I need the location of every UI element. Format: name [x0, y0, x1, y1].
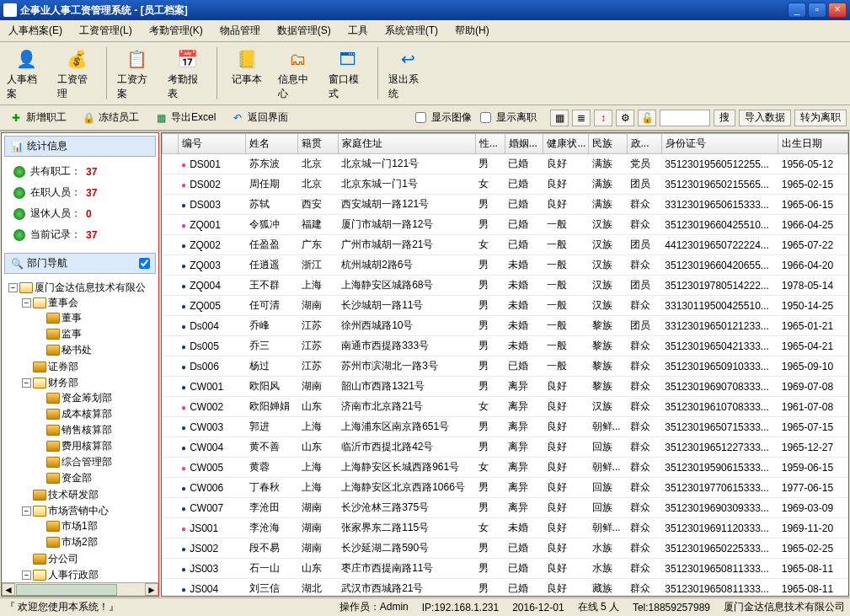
export-excel-button[interactable]: ▦导出Excel: [148, 108, 222, 127]
col-header-10[interactable]: 出生日期: [778, 134, 848, 154]
tree-node-5[interactable]: 分公司: [22, 552, 158, 566]
tree-leaf-2-3[interactable]: 费用核算部: [35, 439, 158, 453]
employee-table-wrap[interactable]: 编号姓名籍贯家庭住址性...婚姻...健康状...民族政...身份证号出生日期 …: [162, 133, 848, 596]
folder-icon: [33, 506, 46, 517]
notepad-button-label: 记事本: [232, 72, 262, 87]
info-center-button[interactable]: 🗂信息中心: [275, 44, 320, 103]
menu-item-6[interactable]: 系统管理(T): [380, 22, 443, 40]
tree-root[interactable]: −厦门金达信息技术有限公: [8, 281, 158, 295]
cell: 满族: [589, 154, 627, 174]
table-row[interactable]: JS003石一山山东枣庄市西提南路11号男已婚良好水族群众35123019650…: [163, 559, 848, 579]
table-row[interactable]: CW006丁春秋上海上海静安区北京西路1066号男离异良好回族群众3512301…: [163, 478, 848, 498]
table-row[interactable]: Ds004乔峰江苏徐州西城路10号男未婚一般黎族团员33123019650121…: [163, 316, 848, 336]
table-row[interactable]: CW003郭进上海上海浦东区南京路651号男离异良好朝鲜...群众3512301…: [163, 417, 848, 437]
exit-system-button[interactable]: ↩退出系统: [385, 44, 430, 103]
search-input[interactable]: [660, 110, 710, 126]
add-employee-button[interactable]: ✚新增职工: [3, 108, 72, 127]
table-row[interactable]: ZQ001令狐冲福建厦门市城胡一路12号男已婚一般汉族群众35123019660…: [163, 215, 848, 235]
tree-leaf-2-5[interactable]: 资金部: [35, 471, 158, 485]
notepad-button[interactable]: 📒记事本: [224, 44, 270, 103]
back-button[interactable]: ↶返回界面: [225, 108, 294, 127]
cell: DS003: [178, 195, 246, 215]
close-button[interactable]: ×: [828, 3, 847, 18]
cell: 1965-06-15: [778, 195, 848, 215]
attendance-report-button[interactable]: 📅考勤报表: [164, 44, 210, 103]
show-image-checkbox[interactable]: [415, 112, 426, 123]
table-row[interactable]: DS002周任期北京北京东城一门1号女已婚良好满族团员3512301965021…: [163, 174, 848, 195]
col-header-2[interactable]: 籍贯: [298, 134, 339, 154]
nav-header[interactable]: 🔍 部门导航: [4, 253, 156, 274]
window-mode-button[interactable]: 🗔窗口模式: [325, 44, 371, 103]
menu-item-3[interactable]: 物品管理: [215, 22, 265, 40]
tree-node-0[interactable]: −董事会: [22, 296, 158, 310]
table-row[interactable]: CW005黄蓉上海上海静安区长城西路961号女离异良好朝鲜...群众351230…: [163, 458, 848, 478]
sort-button[interactable]: ↕: [594, 110, 612, 126]
col-header-1[interactable]: 姓名: [246, 134, 298, 154]
col-header-0[interactable]: 编号: [178, 134, 246, 154]
col-header-9[interactable]: 身份证号: [661, 134, 778, 154]
tree-scrollbar[interactable]: ◄►: [2, 582, 158, 596]
table-row[interactable]: ZQ002任盈盈广东广州市城胡一路21号女已婚一般汉族团员44123019650…: [163, 235, 848, 255]
table-row[interactable]: JS001李沧海湖南张家界东二路115号女未婚良好朝鲜...群众35123019…: [163, 518, 848, 538]
table-row[interactable]: ZQ004王不群上海上海静安区城路68号男未婚一般汉族团员35123019780…: [163, 276, 848, 296]
table-row[interactable]: DS001苏东波北京北京城一门121号男已婚良好满族党员351230195605…: [163, 154, 848, 174]
tree-leaf-0-2[interactable]: 秘书处: [35, 343, 158, 357]
nav-checkbox[interactable]: [139, 258, 150, 269]
menu-item-0[interactable]: 人事档案(E): [3, 22, 67, 40]
table-row[interactable]: Ds006杨过江苏苏州市滨湖北一路3号男已婚一般黎族群众351230196509…: [163, 356, 848, 377]
search-button[interactable]: 搜: [714, 110, 735, 126]
tree-node-4[interactable]: −市场营销中心: [22, 504, 158, 518]
table-row[interactable]: CW001欧阳风湖南韶山市西路1321号男离异良好黎族群众35123019690…: [163, 377, 848, 397]
tree-leaf-4-1[interactable]: 市场2部: [35, 535, 158, 549]
minimize-button[interactable]: _: [788, 3, 806, 18]
table-row[interactable]: Ds005乔三江苏南通市西提路333号男未婚一般黎族群众351230196504…: [163, 336, 848, 356]
tree-node-1[interactable]: 证券部: [22, 360, 158, 374]
col-header-8[interactable]: 政...: [627, 134, 661, 154]
folder-icon: [33, 490, 46, 501]
col-header-4[interactable]: 性...: [475, 134, 505, 154]
table-row[interactable]: CW002欧阳婵娟山东济南市北京路21号女离异良好汉族群众35123019610…: [163, 397, 848, 417]
table-row[interactable]: CW004黄不善山东临沂市西提北路42号男离异良好回族群众35123019651…: [163, 437, 848, 458]
tree-node-6[interactable]: −人事行政部: [22, 568, 158, 582]
col-header-3[interactable]: 家庭住址: [338, 134, 475, 154]
tree-leaf-2-0[interactable]: 资金筹划部: [35, 391, 158, 405]
convert-leave-button[interactable]: 转为离职: [794, 110, 847, 126]
tree-leaf-0-1[interactable]: 监事: [35, 327, 158, 341]
tree-node-3[interactable]: 技术研发部: [22, 488, 158, 502]
lock-button[interactable]: 🔓: [638, 110, 656, 126]
tree-leaf-2-1[interactable]: 成本核算部: [35, 407, 158, 421]
cell: 一般: [543, 336, 589, 356]
table-row[interactable]: DS003苏轼西安西安城胡一路121号男已婚良好满族群众331230196506…: [163, 195, 848, 215]
tree-leaf-4-0[interactable]: 市场1部: [35, 519, 158, 533]
settings-button[interactable]: ⚙: [616, 110, 634, 126]
col-header-6[interactable]: 健康状...: [543, 134, 589, 154]
menu-item-2[interactable]: 考勤管理(K): [144, 22, 208, 40]
table-row[interactable]: CW007李沧田湖南长沙沧林三路375号男离异良好回族群众35123019690…: [163, 498, 848, 518]
tree-leaf-2-4[interactable]: 综合管理部: [35, 455, 158, 469]
cell: 离异: [505, 458, 543, 478]
menu-item-5[interactable]: 工具: [343, 22, 373, 40]
table-row[interactable]: JS004刘三信湖北武汉市西城路21号男已婚良好藏族群众351230196508…: [163, 579, 848, 597]
tree-leaf-2-2[interactable]: 销售核算部: [35, 423, 158, 437]
view-list-button[interactable]: ≣: [572, 110, 591, 126]
salary-plan-button[interactable]: 📋工资方案: [114, 44, 159, 103]
tree-leaf-0-0[interactable]: 董事: [35, 311, 158, 325]
import-data-button[interactable]: 导入数据: [739, 110, 791, 126]
menu-item-7[interactable]: 帮助(H): [450, 22, 494, 40]
table-row[interactable]: ZQ003任逍遥浙江杭州城胡2路6号男未婚一般汉族群众3512301966042…: [163, 255, 848, 276]
hr-archive-button[interactable]: 👤人事档案: [3, 44, 49, 103]
menu-item-4[interactable]: 数据管理(S): [272, 22, 336, 40]
cell: 良好: [543, 154, 589, 174]
view-grid-button[interactable]: ▦: [550, 110, 569, 126]
col-header-5[interactable]: 婚姻...: [505, 134, 543, 154]
menu-item-1[interactable]: 工资管理(L): [74, 22, 137, 40]
tree-node-2[interactable]: −财务部: [22, 376, 158, 390]
stats-header: 📊 统计信息: [4, 136, 156, 157]
maximize-button[interactable]: ▫: [808, 3, 826, 18]
col-header-7[interactable]: 民族: [589, 134, 627, 154]
table-row[interactable]: JS002段不易湖南长沙延湖二路590号男已婚良好水族群众35123019650…: [163, 538, 848, 559]
freeze-employee-button[interactable]: 🔒冻结员工: [76, 108, 145, 127]
table-row[interactable]: ZQ005任可清湖南长沙城胡一路11号男未婚一般汉族群众331301195004…: [163, 296, 848, 316]
show-leave-checkbox[interactable]: [480, 112, 491, 123]
salary-mgmt-button[interactable]: 💰工资管理: [54, 44, 99, 103]
